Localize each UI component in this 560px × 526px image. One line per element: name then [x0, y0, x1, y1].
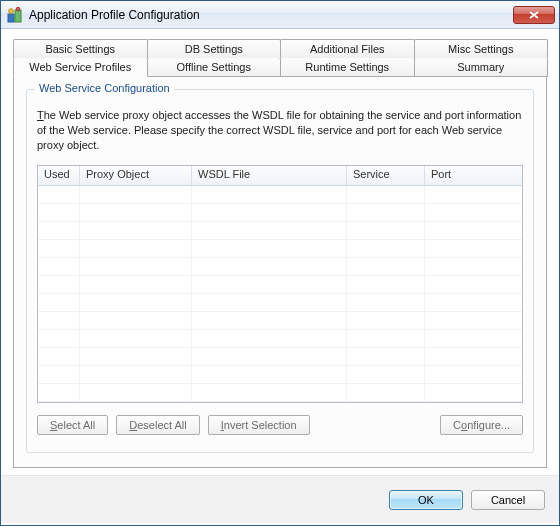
tab-panel: Web Service Configuration The Web servic… — [13, 76, 547, 468]
table-row — [38, 330, 522, 348]
content-area: Basic Settings DB Settings Additional Fi… — [1, 29, 559, 475]
tab-misc-settings[interactable]: Misc Settings — [414, 39, 549, 58]
col-port[interactable]: Port — [425, 166, 522, 185]
app-icon — [7, 7, 23, 23]
svg-rect-2 — [15, 10, 21, 22]
tab-additional-files[interactable]: Additional Files — [280, 39, 415, 58]
tab-basic-settings[interactable]: Basic Settings — [13, 39, 148, 58]
svg-rect-0 — [8, 14, 14, 22]
col-proxy-object[interactable]: Proxy Object — [80, 166, 192, 185]
web-service-groupbox: Web Service Configuration The Web servic… — [26, 89, 534, 453]
table-row — [38, 312, 522, 330]
invert-selection-button[interactable]: Invert Selection — [208, 415, 310, 435]
button-row: Select All Deselect All Invert Selection… — [37, 415, 523, 435]
window-title: Application Profile Configuration — [29, 8, 513, 22]
table-row — [38, 258, 522, 276]
select-all-button[interactable]: Select All — [37, 415, 108, 435]
grid-header: Used Proxy Object WSDL File Service Port — [38, 166, 522, 186]
close-button[interactable] — [513, 6, 555, 24]
tab-web-service-profiles[interactable]: Web Service Profiles — [13, 58, 148, 77]
dialog-footer: OK Cancel — [1, 475, 559, 523]
titlebar: Application Profile Configuration — [1, 1, 559, 29]
svg-point-1 — [9, 8, 14, 13]
tab-summary[interactable]: Summary — [414, 58, 549, 77]
cancel-button[interactable]: Cancel — [471, 490, 545, 510]
table-row — [38, 366, 522, 384]
proxy-grid[interactable]: Used Proxy Object WSDL File Service Port — [37, 165, 523, 403]
tab-db-settings[interactable]: DB Settings — [147, 39, 282, 58]
groupbox-title: Web Service Configuration — [35, 82, 174, 94]
col-used[interactable]: Used — [38, 166, 80, 185]
grid-body — [38, 186, 522, 402]
configure-button[interactable]: Configure... — [440, 415, 523, 435]
tabstrip: Basic Settings DB Settings Additional Fi… — [13, 39, 547, 468]
col-wsdl-file[interactable]: WSDL File — [192, 166, 347, 185]
table-row — [38, 294, 522, 312]
description-text: The Web service proxy object accesses th… — [37, 108, 523, 153]
ok-button[interactable]: OK — [389, 490, 463, 510]
svg-point-3 — [16, 7, 20, 11]
table-row — [38, 222, 522, 240]
tab-offline-settings[interactable]: Offline Settings — [147, 58, 282, 77]
tab-runtime-settings[interactable]: Runtime Settings — [280, 58, 415, 77]
table-row — [38, 204, 522, 222]
table-row — [38, 186, 522, 204]
table-row — [38, 276, 522, 294]
table-row — [38, 348, 522, 366]
col-service[interactable]: Service — [347, 166, 425, 185]
deselect-all-button[interactable]: Deselect All — [116, 415, 199, 435]
table-row — [38, 240, 522, 258]
table-row — [38, 384, 522, 402]
